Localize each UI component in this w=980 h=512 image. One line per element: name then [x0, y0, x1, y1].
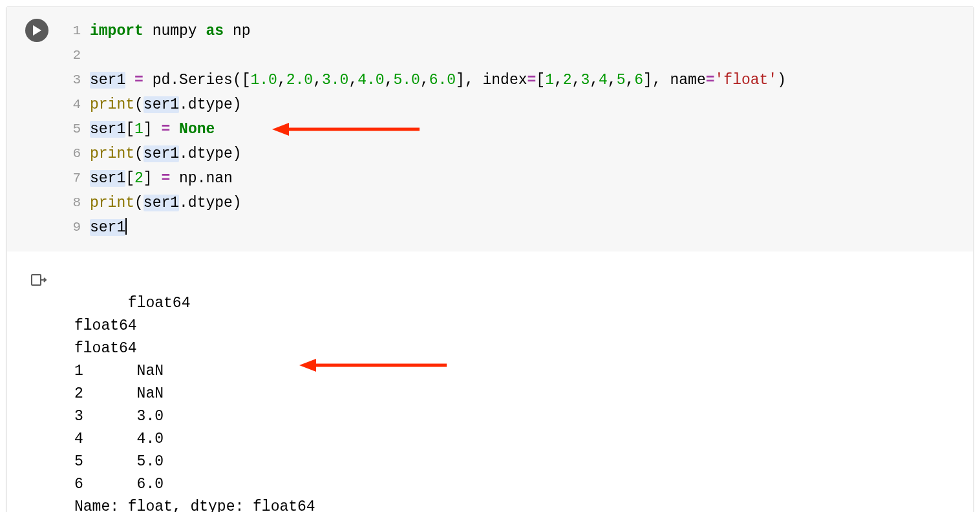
code-line: 4print(ser1.dtype)	[65, 92, 960, 117]
line-content: print(ser1.dtype)	[90, 92, 960, 117]
line-number: 4	[65, 92, 90, 117]
svg-marker-2	[272, 123, 289, 136]
line-number: 9	[65, 215, 90, 240]
line-number: 1	[65, 19, 90, 43]
notebook-cell: 1import numpy as np23ser1 = pd.Series([1…	[6, 6, 974, 512]
code-line: 3ser1 = pd.Series([1.0,2.0,3.0,4.0,5.0,6…	[65, 68, 960, 92]
line-content	[90, 43, 960, 68]
code-line: 5ser1[1] = None	[65, 117, 960, 142]
line-content: ser1[2] = np.nan	[90, 166, 960, 191]
line-content: print(ser1.dtype)	[90, 191, 960, 215]
line-content: print(ser1.dtype)	[90, 142, 960, 166]
code-gutter	[7, 7, 65, 251]
code-line: 9ser1	[65, 215, 960, 240]
code-line: 8print(ser1.dtype)	[65, 191, 960, 215]
line-number: 3	[65, 68, 90, 92]
svg-marker-0	[33, 25, 41, 36]
line-number: 7	[65, 166, 90, 191]
code-line: 7ser1[2] = np.nan	[65, 166, 960, 191]
run-button[interactable]	[25, 19, 48, 42]
output-cell: float64 float64 float64 1 NaN 2 NaN 3 3.…	[7, 251, 973, 512]
code-line: 2	[65, 43, 960, 68]
output-expand-icon[interactable]	[30, 272, 65, 290]
line-number: 8	[65, 191, 90, 215]
code-editor[interactable]: 1import numpy as np23ser1 = pd.Series([1…	[65, 7, 973, 251]
svg-rect-3	[32, 275, 41, 285]
code-cell: 1import numpy as np23ser1 = pd.Series([1…	[7, 7, 973, 251]
svg-marker-5	[299, 359, 316, 372]
line-number: 5	[65, 117, 90, 142]
line-number: 2	[65, 43, 90, 68]
code-line: 6print(ser1.dtype)	[65, 142, 960, 166]
output-text: float64 float64 float64 1 NaN 2 NaN 3 3.…	[65, 270, 973, 512]
code-line: 1import numpy as np	[65, 19, 960, 43]
line-content: ser1[1] = None	[90, 117, 960, 142]
line-content: ser1 = pd.Series([1.0,2.0,3.0,4.0,5.0,6.…	[90, 68, 960, 92]
line-content: import numpy as np	[90, 19, 960, 43]
annotation-arrow-output	[227, 333, 453, 405]
text-cursor	[125, 218, 127, 235]
line-number: 6	[65, 142, 90, 166]
output-gutter	[7, 270, 65, 512]
line-content: ser1	[90, 215, 960, 240]
play-icon	[32, 25, 42, 36]
